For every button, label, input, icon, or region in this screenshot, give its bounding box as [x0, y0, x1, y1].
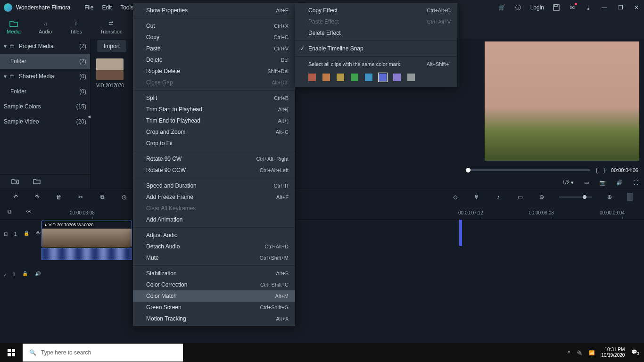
task-app[interactable]	[188, 343, 209, 362]
eye-icon[interactable]: 👁	[36, 230, 41, 237]
video-clip[interactable]: ▸VID-20170705-WA0020	[41, 221, 132, 247]
manage-tracks-icon[interactable]: ⧉	[8, 208, 15, 216]
login-link[interactable]: Login	[530, 4, 544, 11]
menu-tools[interactable]: Tools	[120, 4, 133, 11]
menu-item[interactable]: Show PropertiesAlt+E	[133, 5, 295, 16]
menu-item[interactable]: Detach AudioCtrl+Alt+D	[133, 241, 295, 252]
mark-out-icon[interactable]: }	[603, 167, 605, 173]
context-menu[interactable]: Show PropertiesAlt+ECutCtrl+XCopyCtrl+CP…	[133, 3, 295, 326]
split-icon[interactable]: ✂	[76, 193, 85, 201]
taskbar-search[interactable]: 🔍Type here to search	[23, 344, 183, 362]
sidebar-shared-media[interactable]: ▾🗀Shared Media(0)	[0, 69, 90, 84]
menu-item[interactable]: Motion TrackingAlt+X	[133, 313, 295, 324]
volume-icon[interactable]: 🔊	[616, 180, 623, 186]
menu-item[interactable]: Color CorrectionCtrl+Shift+C	[133, 279, 295, 290]
menu-item[interactable]: SplitCtrl+B	[133, 92, 295, 104]
tab-titles[interactable]: TTitles	[70, 20, 82, 34]
zoom-slider[interactable]	[559, 197, 592, 197]
menu-item[interactable]: Ripple DeleteShift+Del	[133, 66, 295, 77]
sidebar-sample-video[interactable]: Sample Video(20)	[0, 114, 90, 129]
save-icon[interactable]	[553, 4, 560, 11]
seek-bar[interactable]	[466, 169, 590, 171]
zoom-ratio[interactable]: 1/2 ▾	[562, 180, 574, 186]
mark-in-icon[interactable]: {	[596, 167, 598, 173]
crop-icon[interactable]: ⧉	[98, 193, 107, 201]
cart-icon[interactable]: 🛒	[498, 4, 506, 11]
color-swatch[interactable]	[308, 74, 316, 81]
menu-item[interactable]: DeleteDel	[133, 54, 295, 66]
menu-item[interactable]: Copy EffectCtrl+Alt+C	[295, 5, 457, 16]
import-button[interactable]: Import	[97, 40, 126, 52]
zoom-in-icon[interactable]: ⊕	[605, 193, 614, 201]
menu-item[interactable]: StabilizationAlt+S	[133, 268, 295, 279]
menu-item[interactable]: ✓Enable Timeline Snap	[295, 43, 457, 54]
color-swatch[interactable]	[322, 74, 330, 81]
menu-item[interactable]: Rotate 90 CCWCtrl+Alt+Left	[133, 165, 295, 176]
message-icon[interactable]: ✉	[569, 4, 576, 11]
taskbar-clock[interactable]: 10:31 PM10/19/2020	[601, 347, 625, 358]
menu-item[interactable]: Speed and DurationCtrl+R	[133, 180, 295, 191]
info-icon[interactable]: ⓘ	[514, 4, 522, 11]
menu-item[interactable]: Add Freeze FrameAlt+F	[133, 191, 295, 203]
download-icon[interactable]: ⭳	[585, 4, 592, 11]
tray-chevron-icon[interactable]: ^	[568, 350, 570, 355]
redo-icon[interactable]: ↷	[33, 193, 41, 201]
menu-item[interactable]: Adjust Audio	[133, 230, 295, 241]
menu-item[interactable]: MuteCtrl+Shift+M	[133, 252, 295, 263]
wifi-icon[interactable]: 📶	[589, 350, 594, 355]
fullscreen-icon[interactable]: ⛶	[633, 180, 638, 185]
menu-item[interactable]: Trim Start to PlayheadAlt+[	[133, 104, 295, 115]
menu-item[interactable]: Crop and ZoomAlt+C	[133, 126, 295, 138]
voiceover-icon[interactable]: 🎙	[472, 193, 481, 201]
color-swatch[interactable]	[365, 74, 372, 81]
tab-media[interactable]: Media	[7, 20, 21, 34]
sidebar-folder-2[interactable]: Folder(0)	[0, 84, 90, 99]
speed-icon[interactable]: ◷	[120, 193, 128, 201]
menu-item[interactable]: CutCtrl+X	[133, 20, 295, 32]
snapshot-icon[interactable]: 📷	[599, 180, 606, 186]
menu-item[interactable]: Green ScreenCtrl+Shift+G	[133, 302, 295, 313]
pip-icon[interactable]: ▭	[584, 180, 589, 186]
context-submenu[interactable]: Copy EffectCtrl+Alt+CPaste EffectCtrl+Al…	[295, 3, 457, 87]
lock-icon[interactable]: 🔒	[24, 230, 29, 237]
audio-mixer-icon[interactable]: ♪	[494, 193, 503, 201]
menu-item[interactable]: Crop to Fit	[133, 138, 295, 149]
zoom-out-icon[interactable]: ⊖	[537, 193, 546, 201]
menu-item[interactable]: Trim End to PlayheadAlt+]	[133, 115, 295, 126]
zoom-fit-icon[interactable]	[627, 193, 633, 201]
marker-icon[interactable]: ◇	[451, 193, 459, 201]
tab-transition[interactable]: ⇄Transition	[100, 20, 123, 34]
sidebar-folder-1[interactable]: Folder(2)	[0, 54, 90, 69]
audio-clip[interactable]	[41, 248, 132, 260]
color-swatch[interactable]	[337, 74, 344, 81]
menu-item[interactable]: Color MatchAlt+M	[133, 290, 295, 302]
media-thumb[interactable]: VID-2017070	[96, 58, 124, 88]
lock-icon[interactable]: 🔒	[22, 271, 29, 278]
notifications-icon[interactable]: 💬3	[631, 349, 639, 356]
menu-file[interactable]: File	[84, 4, 93, 11]
color-swatch[interactable]	[351, 74, 358, 81]
color-swatch[interactable]	[379, 74, 387, 81]
menu-item[interactable]: Add Animation	[133, 214, 295, 225]
color-swatch[interactable]	[393, 74, 401, 81]
menu-edit[interactable]: Edit	[102, 4, 112, 11]
color-swatch[interactable]	[407, 74, 415, 81]
maximize-icon[interactable]: ❐	[617, 4, 624, 11]
tab-audio[interactable]: ♫Audio	[39, 20, 52, 34]
chevron-left-icon[interactable]: ◂	[88, 113, 92, 120]
caption-icon[interactable]: ▭	[516, 193, 524, 201]
gap-marker[interactable]	[459, 220, 462, 246]
undo-icon[interactable]: ↶	[11, 193, 20, 201]
sidebar-project-media[interactable]: ▾🗀Project Media(2)	[0, 39, 90, 54]
volume-icon[interactable]: 🔊	[35, 271, 41, 278]
delete-icon[interactable]: 🗑	[55, 193, 63, 201]
start-button[interactable]	[0, 343, 23, 362]
menu-item[interactable]: Delete Effect	[295, 27, 457, 39]
folder-icon[interactable]	[33, 178, 41, 185]
minimize-icon[interactable]: —	[601, 4, 608, 11]
add-folder-icon[interactable]	[11, 178, 19, 185]
link-icon[interactable]: ⚯	[26, 208, 34, 216]
menu-item[interactable]: PasteCtrl+V	[133, 43, 295, 54]
sidebar-sample-colors[interactable]: Sample Colors(15)	[0, 99, 90, 114]
close-icon[interactable]: ✕	[633, 4, 640, 11]
